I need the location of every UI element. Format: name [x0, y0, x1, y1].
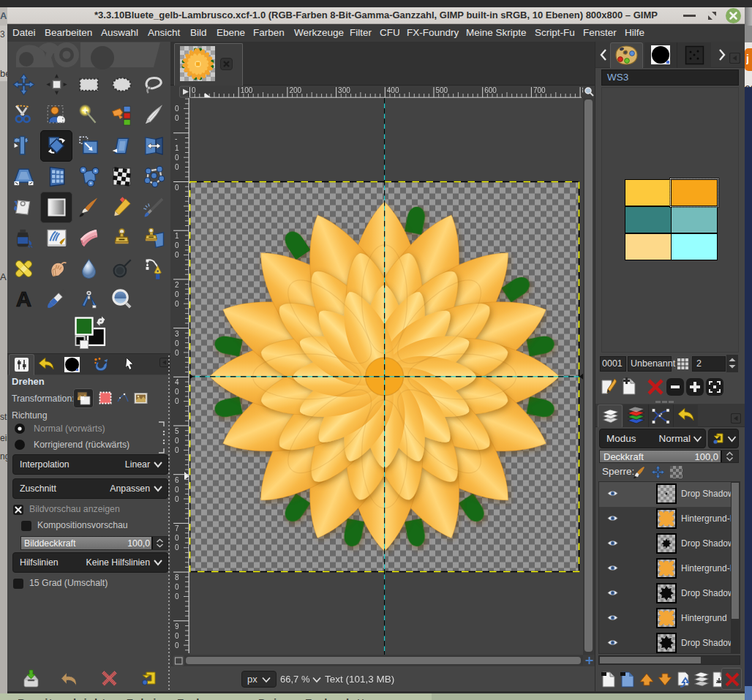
svg-text:100: 100: [241, 86, 253, 94]
svg-text:0: 0: [175, 592, 179, 601]
svg-text:5: 5: [175, 427, 179, 435]
svg-text:500: 500: [436, 86, 448, 94]
svg-text:400: 400: [387, 86, 399, 94]
svg-text:0: 0: [175, 339, 179, 347]
svg-text:3: 3: [175, 330, 179, 338]
svg-text:0: 0: [192, 86, 196, 94]
svg-text:200: 200: [289, 86, 301, 94]
svg-text:0: 0: [175, 641, 179, 650]
svg-text:0: 0: [175, 163, 179, 171]
svg-text:-: -: [175, 135, 177, 143]
svg-text:0: 0: [175, 114, 179, 122]
svg-text:1: 1: [175, 232, 179, 240]
svg-text:0: 0: [175, 388, 179, 396]
svg-text:0: 0: [175, 534, 179, 542]
svg-text:0: 0: [175, 632, 179, 640]
svg-text:700: 700: [533, 86, 546, 94]
svg-text:7: 7: [175, 524, 179, 532]
svg-text:9: 9: [175, 622, 179, 631]
svg-text:4: 4: [175, 378, 179, 386]
svg-text:0: 0: [175, 397, 179, 405]
svg-text:0: 0: [175, 495, 179, 503]
svg-text:0: 0: [175, 184, 179, 192]
svg-text:A: A: [15, 287, 31, 310]
svg-text:0: 0: [175, 349, 179, 357]
svg-text:2: 2: [175, 281, 179, 289]
svg-text:0: 0: [175, 446, 179, 454]
svg-text:0: 0: [175, 290, 179, 298]
svg-text:0: 0: [175, 583, 179, 591]
svg-text:0: 0: [175, 437, 179, 445]
svg-text:300: 300: [338, 86, 350, 94]
svg-text:0: 0: [175, 241, 179, 249]
svg-text:1: 1: [175, 144, 179, 152]
svg-text:0: 0: [175, 251, 179, 259]
svg-text:8: 8: [175, 573, 179, 582]
svg-text:0: 0: [175, 105, 179, 113]
svg-text:0: 0: [175, 543, 179, 552]
svg-text:0: 0: [175, 300, 179, 308]
svg-text:0: 0: [175, 154, 179, 162]
svg-text:6: 6: [175, 476, 179, 484]
svg-text:0: 0: [175, 486, 179, 494]
svg-text:600: 600: [484, 86, 497, 94]
